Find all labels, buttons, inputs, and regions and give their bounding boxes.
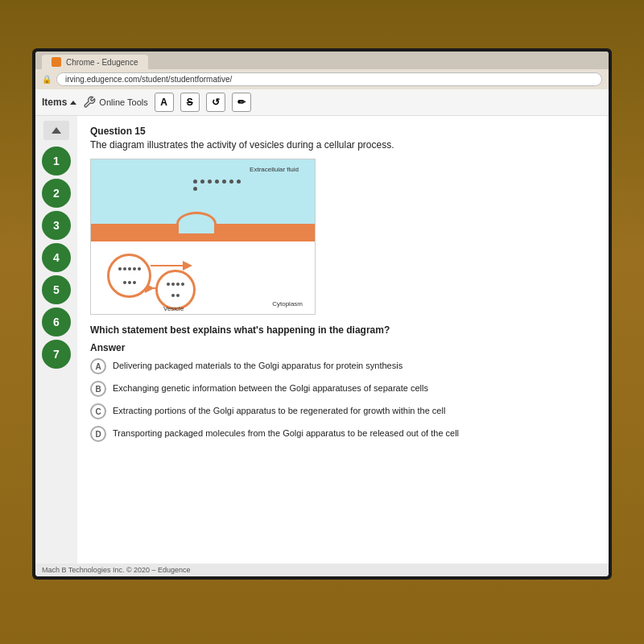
question-number-label: Question 15 <box>90 126 596 137</box>
dot <box>208 180 212 184</box>
choice-circle-b[interactable]: B <box>90 381 106 397</box>
answer-choice-d[interactable]: D Transporting packaged molecules from t… <box>90 426 596 442</box>
screen: Chrome - Edugence 🔒 irving.edugence.com/… <box>35 52 609 576</box>
dot <box>215 180 219 184</box>
content-area: Question 15 The diagram illustrates the … <box>77 116 609 564</box>
vesicle-dot <box>123 267 126 270</box>
dot <box>200 180 204 184</box>
vesicle-bottom <box>155 270 196 310</box>
cell-membrane <box>91 224 315 242</box>
pencil-button[interactable]: ✏ <box>232 93 251 112</box>
cytoplasm-area: Cytoplasm <box>91 242 315 314</box>
main-area: 1 2 3 4 5 6 <box>35 116 609 564</box>
vesicle-dot <box>128 281 131 284</box>
dot <box>229 180 233 184</box>
diagram: Exocytosis Extracellular fluid <box>90 159 316 315</box>
dot <box>193 180 197 184</box>
left-sidebar: 1 2 3 4 5 6 <box>35 116 77 564</box>
choice-circle-a[interactable]: A <box>90 358 106 374</box>
choice-text-c: Extracting portions of the Golgi apparat… <box>113 403 445 417</box>
chevron-up-icon <box>70 101 76 105</box>
vesicle-dot <box>171 283 175 286</box>
vesicle-dot <box>171 294 175 297</box>
vesicle-dot <box>138 267 141 270</box>
question-nav-1[interactable]: 1 <box>42 147 71 175</box>
vesicle-dot <box>133 281 136 284</box>
items-label: Items <box>42 97 67 108</box>
online-tools-label: Online Tools <box>99 97 147 107</box>
laptop-frame: Chrome - Edugence 🔒 irving.edugence.com/… <box>0 0 644 644</box>
choice-circle-d[interactable]: D <box>90 426 106 442</box>
question-nav-2[interactable]: 2 <box>42 179 71 208</box>
vesicle-left <box>107 254 151 298</box>
cytoplasm-label: Cytoplasm <box>272 300 303 308</box>
vesicle-dot <box>176 283 180 286</box>
lock-icon: 🔒 <box>42 75 52 84</box>
up-arrow-icon <box>52 127 61 134</box>
vesicle-dot <box>176 294 180 297</box>
items-button[interactable]: Items <box>42 97 76 108</box>
question-nav-7[interactable]: 7 <box>42 340 71 369</box>
question-text: The diagram illustrates the activity of … <box>90 139 596 151</box>
online-tools-button[interactable]: Online Tools <box>83 96 147 109</box>
screen-bezel: Chrome - Edugence 🔒 irving.edugence.com/… <box>32 48 612 580</box>
vesicle-dot <box>123 281 126 284</box>
which-statement: Which statement best explains what's hap… <box>90 324 596 336</box>
footer: Mach B Technologies Inc. © 2020 – Edugen… <box>35 564 609 576</box>
scroll-up-button[interactable] <box>43 121 69 140</box>
dot <box>222 180 226 184</box>
answer-choice-b[interactable]: B Exchanging genetic information between… <box>90 381 596 397</box>
address-input[interactable]: irving.edugence.com/student/studentforma… <box>56 72 602 86</box>
vesicle-dot <box>167 283 170 286</box>
extracellular-label: Extracellular fluid <box>250 166 299 173</box>
question-nav-6[interactable]: 6 <box>42 308 71 336</box>
vesicle-dot <box>128 267 131 270</box>
browser-chrome: Chrome - Edugence 🔒 irving.edugence.com/… <box>35 52 609 89</box>
footer-text: Mach B Technologies Inc. © 2020 – Edugen… <box>42 566 191 574</box>
choice-text-a: Delivering packaged materials to the Gol… <box>113 358 402 372</box>
answer-label: Answer <box>90 342 596 353</box>
question-nav-3[interactable]: 3 <box>42 211 71 240</box>
strikethrough-button[interactable]: S <box>180 93 200 112</box>
membrane-bump <box>176 212 217 236</box>
answer-choice-c[interactable]: C Extracting portions of the Golgi appar… <box>90 403 596 419</box>
answer-choice-a[interactable]: A Delivering packaged materials to the G… <box>90 358 596 374</box>
vesicle-dot <box>133 267 136 270</box>
tab-bar: Chrome - Edugence <box>35 52 609 69</box>
undo-button[interactable]: ↺ <box>206 93 225 112</box>
choice-text-d: Transporting packaged molecules from the… <box>113 426 459 440</box>
wrench-icon <box>83 96 96 109</box>
question-nav-5[interactable]: 5 <box>42 275 71 304</box>
favicon-icon <box>52 57 61 67</box>
question-nav-4[interactable]: 4 <box>42 243 71 272</box>
text-format-a-button[interactable]: A <box>155 93 174 112</box>
address-bar-row: 🔒 irving.edugence.com/student/studentfor… <box>35 69 609 89</box>
dot <box>237 180 241 184</box>
choice-text-b: Exchanging genetic information between t… <box>113 381 428 394</box>
toolbar: Items Online Tools A S ↺ ✏ <box>35 89 609 116</box>
vesicle-label: Vesicle <box>163 305 184 312</box>
vesicle-dot <box>118 267 122 270</box>
browser-tab[interactable]: Chrome - Edugence <box>42 55 148 69</box>
dot <box>193 187 197 191</box>
tab-label: Chrome - Edugence <box>66 58 138 67</box>
choice-circle-c[interactable]: C <box>90 403 106 419</box>
vesicle-dot <box>181 283 184 286</box>
dots-group <box>193 180 242 191</box>
